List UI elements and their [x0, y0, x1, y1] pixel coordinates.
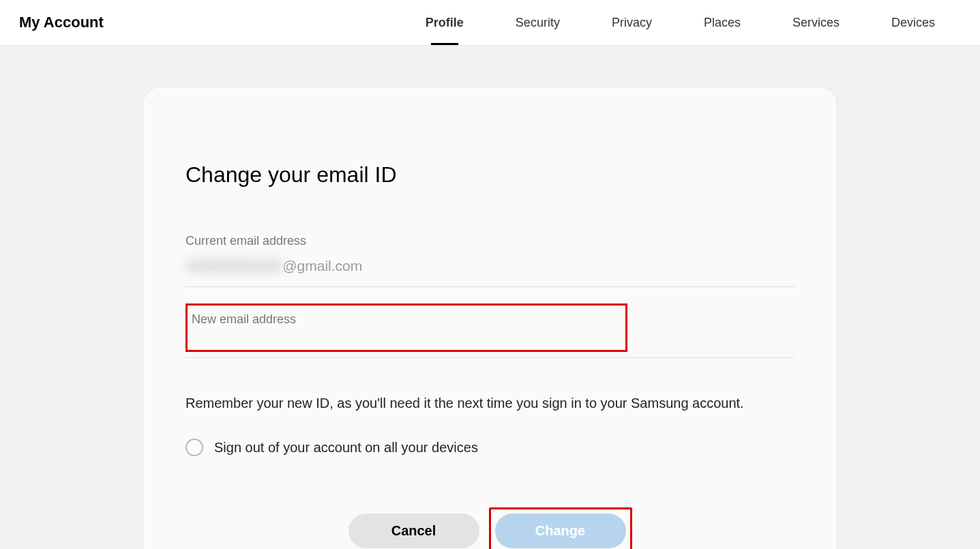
nav-tab-privacy[interactable]: Privacy [586, 0, 678, 45]
current-email-value: redactedname@gmail.com [185, 258, 795, 274]
new-email-underline [185, 351, 795, 358]
cancel-button[interactable]: Cancel [348, 514, 479, 548]
current-email-label: Current email address [185, 234, 795, 248]
current-email-field: Current email address redactedname@gmail… [185, 234, 795, 287]
change-email-card: Change your email ID Current email addre… [143, 87, 837, 549]
page-body: Change your email ID Current email addre… [0, 46, 980, 549]
nav-tab-services[interactable]: Services [767, 0, 865, 45]
nav-tab-devices[interactable]: Devices [865, 0, 961, 45]
nav-tab-places[interactable]: Places [678, 0, 767, 45]
new-email-highlight-box [185, 303, 627, 352]
signout-checkbox-row: Sign out of your account on all your dev… [185, 439, 795, 456]
current-email-suffix: @gmail.com [282, 258, 362, 273]
current-email-redacted-prefix: redactedname [185, 258, 282, 273]
card-title: Change your email ID [185, 162, 795, 188]
nav-tab-profile[interactable]: Profile [400, 0, 490, 45]
signout-checkbox[interactable] [185, 439, 203, 456]
signout-checkbox-label: Sign out of your account on all your dev… [214, 440, 478, 456]
action-buttons-row: Cancel Change [185, 507, 795, 549]
change-button[interactable]: Change [495, 514, 626, 548]
nav-tab-security[interactable]: Security [490, 0, 586, 45]
page-brand-title: My Account [19, 14, 104, 31]
new-email-input[interactable] [192, 310, 621, 329]
change-button-highlight-box: Change [489, 507, 632, 549]
top-nav: Profile Security Privacy Places Services… [400, 0, 961, 45]
top-header: My Account Profile Security Privacy Plac… [0, 0, 980, 46]
remember-id-text: Remember your new ID, as you'll need it … [185, 396, 795, 411]
